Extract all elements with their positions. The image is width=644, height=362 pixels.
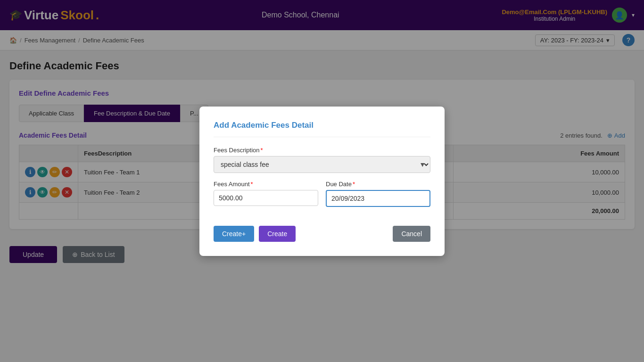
due-date-label: Due Date* (326, 181, 430, 188)
fees-amount-due-date-row: Fees Amount* Due Date* (214, 181, 430, 214)
fees-description-select[interactable]: special class fee (214, 156, 430, 173)
fees-description-label: Fees Description* (214, 147, 430, 154)
due-date-input[interactable] (326, 190, 430, 207)
required-marker-date: * (353, 181, 355, 188)
required-marker: * (261, 147, 263, 154)
modal-overlay: Add Academic Fees Detail Fees Descriptio… (0, 0, 644, 271)
due-date-group: Due Date* (326, 181, 430, 207)
fees-description-group: Fees Description* special class fee ▼ (214, 147, 430, 173)
fees-amount-input[interactable] (214, 190, 318, 206)
modal-title: Add Academic Fees Detail (214, 121, 430, 137)
modal-dialog: Add Academic Fees Detail Fees Descriptio… (199, 107, 445, 256)
fees-amount-label: Fees Amount* (214, 181, 318, 188)
cancel-button[interactable]: Cancel (393, 226, 430, 242)
create-button[interactable]: Create (259, 226, 296, 242)
fees-amount-group: Fees Amount* (214, 181, 318, 207)
modal-actions: Create+ Create Cancel (214, 226, 430, 242)
create-plus-button[interactable]: Create+ (214, 226, 254, 242)
fees-description-select-wrapper: special class fee ▼ (214, 156, 430, 173)
required-marker-amount: * (251, 181, 253, 188)
